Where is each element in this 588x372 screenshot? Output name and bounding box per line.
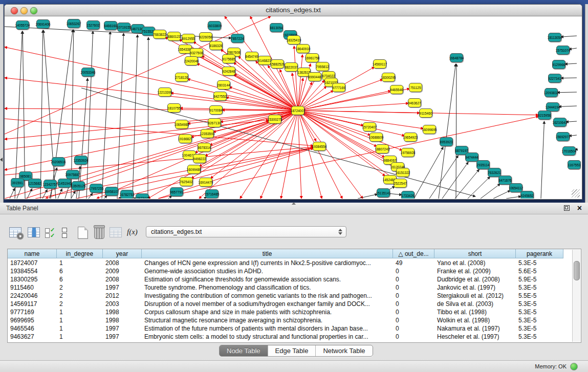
table-row[interactable]: 911546021997Tourette syndrome. Phenomeno… xyxy=(8,283,581,292)
graph-node[interactable] xyxy=(291,106,304,115)
graph-node[interactable] xyxy=(548,33,561,42)
graph-node[interactable] xyxy=(285,62,298,72)
graph-node[interactable] xyxy=(270,23,283,32)
node-attribute-table[interactable]: namein_degreeyeartitle△ out_de...shortpa… xyxy=(7,249,581,343)
graph-node[interactable] xyxy=(465,152,478,162)
graph-node[interactable] xyxy=(167,32,181,41)
graph-node[interactable] xyxy=(158,87,171,97)
graph-node[interactable] xyxy=(193,154,206,163)
graph-node[interactable] xyxy=(545,88,558,97)
column-header-short[interactable]: short xyxy=(434,249,516,258)
table-row[interactable]: 1938455462009Genome-wide association stu… xyxy=(8,267,581,275)
graph-node[interactable] xyxy=(72,181,85,190)
graph-node[interactable] xyxy=(16,20,29,30)
graph-node[interactable] xyxy=(86,20,100,30)
graph-node[interactable] xyxy=(222,67,235,76)
graph-node[interactable] xyxy=(556,46,570,55)
graph-node[interactable] xyxy=(538,111,551,120)
graph-node[interactable] xyxy=(308,72,321,81)
graph-node[interactable] xyxy=(552,60,565,69)
graph-node[interactable] xyxy=(90,184,103,193)
graph-node[interactable] xyxy=(553,118,567,127)
show-column-button[interactable] xyxy=(28,227,40,237)
column-header-out_de[interactable]: △ out_de... xyxy=(393,249,434,258)
graph-node[interactable] xyxy=(377,188,390,198)
graph-node[interactable] xyxy=(105,187,118,196)
graph-node[interactable] xyxy=(376,144,389,154)
graph-node[interactable] xyxy=(401,191,415,199)
table-row[interactable]: 2242004622012Investigating the contribut… xyxy=(8,292,581,300)
graph-node[interactable] xyxy=(450,53,463,62)
graph-node[interactable] xyxy=(419,108,432,118)
graph-node[interactable] xyxy=(201,129,214,138)
column-header-pagerank[interactable]: pagerank xyxy=(516,249,563,258)
network-window-titlebar[interactable]: citations_edges.txt xyxy=(5,5,582,16)
vertical-scrollbar[interactable] xyxy=(572,250,580,342)
graph-node[interactable] xyxy=(208,21,221,30)
graph-node[interactable] xyxy=(373,59,386,69)
graph-node[interactable] xyxy=(369,133,383,142)
graph-node[interactable] xyxy=(179,134,192,143)
graph-node[interactable] xyxy=(313,142,326,151)
graph-node[interactable] xyxy=(520,191,534,199)
graph-node[interactable] xyxy=(36,19,50,29)
memory-status-indicator[interactable] xyxy=(570,363,578,370)
table-row[interactable]: 1830029562008Estimation of significance … xyxy=(8,275,581,283)
graph-node[interactable] xyxy=(394,179,407,188)
graph-node[interactable] xyxy=(205,189,219,199)
graph-node[interactable] xyxy=(182,34,195,43)
graph-node[interactable] xyxy=(296,44,310,53)
graph-node[interactable] xyxy=(170,187,183,196)
graph-node[interactable] xyxy=(167,103,181,113)
graph-node[interactable] xyxy=(217,80,230,90)
graph-node[interactable] xyxy=(556,132,570,141)
table-settings-button[interactable] xyxy=(9,227,21,237)
graph-node[interactable] xyxy=(117,23,130,32)
tab-edge-table[interactable]: Edge Table xyxy=(268,345,316,356)
table-row[interactable]: 977716911998Corpus callosum shape and si… xyxy=(8,308,581,316)
graph-node[interactable] xyxy=(562,146,576,156)
graph-node[interactable] xyxy=(52,157,65,166)
graph-node[interactable] xyxy=(306,53,319,62)
graph-node[interactable] xyxy=(222,54,235,63)
network-window[interactable]: citations_edges.txt 14055724206914061065… xyxy=(4,4,582,200)
graph-node[interactable] xyxy=(213,92,227,101)
graph-node[interactable] xyxy=(271,59,284,69)
graph-node[interactable] xyxy=(245,52,258,61)
scrollbar-thumb[interactable] xyxy=(574,261,580,280)
graph-node[interactable] xyxy=(198,143,211,152)
graph-node[interactable] xyxy=(67,19,80,28)
graph-node[interactable] xyxy=(409,83,422,92)
row-height-button[interactable] xyxy=(62,228,67,239)
graph-node[interactable] xyxy=(332,83,345,92)
graph-node[interactable] xyxy=(11,178,24,187)
graph-node[interactable] xyxy=(396,168,409,177)
graph-node[interactable] xyxy=(401,148,415,157)
right-panel-edge[interactable] xyxy=(585,4,588,203)
graph-node[interactable] xyxy=(175,120,188,129)
graph-node[interactable] xyxy=(231,34,244,43)
table-row[interactable]: 946554611997Estimation of the future num… xyxy=(8,324,581,333)
graph-node[interactable] xyxy=(153,30,166,39)
graph-node[interactable] xyxy=(476,160,490,169)
graph-node[interactable] xyxy=(199,178,212,187)
column-header-name[interactable]: name xyxy=(8,249,57,258)
tab-node-table[interactable]: Node Table xyxy=(220,345,268,356)
graph-node[interactable] xyxy=(185,56,198,65)
delete-table-button[interactable] xyxy=(94,227,104,239)
graph-node[interactable] xyxy=(175,73,188,82)
graph-node[interactable] xyxy=(208,118,221,127)
column-header-in_degree[interactable]: in_degree xyxy=(57,249,103,258)
graph-node[interactable] xyxy=(28,179,41,188)
graph-node[interactable] xyxy=(58,179,71,188)
graph-node[interactable] xyxy=(404,133,417,142)
float-panel-icon[interactable] xyxy=(564,205,570,211)
close-panel-icon[interactable]: × xyxy=(577,203,582,213)
function-builder-button[interactable]: f(x) xyxy=(127,228,138,236)
panel-divider-handle[interactable] xyxy=(292,202,296,205)
tab-network-table[interactable]: Network Table xyxy=(316,345,372,356)
network-canvas[interactable]: 1405572420691406106532671527602646616010… xyxy=(5,16,581,199)
table-row[interactable]: 946362711997Embryonic stem cells: a mode… xyxy=(8,333,581,341)
graph-node[interactable] xyxy=(209,41,223,50)
graph-node[interactable] xyxy=(209,105,223,115)
